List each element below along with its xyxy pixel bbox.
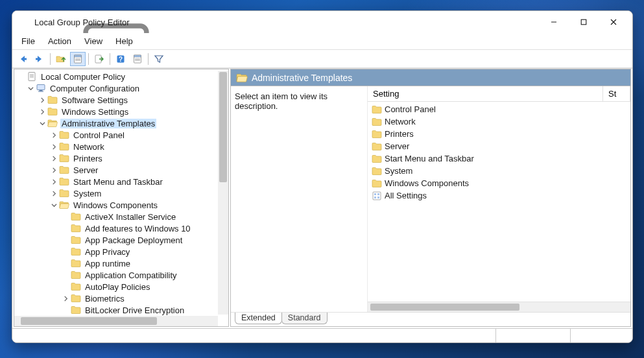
chevron-down-icon[interactable]: [26, 84, 35, 93]
tree-administrative-templates[interactable]: Administrative Templates: [16, 117, 228, 129]
column-state[interactable]: St: [603, 86, 630, 101]
chevron-right-icon[interactable]: [38, 95, 47, 104]
setting-row[interactable]: Windows Components: [368, 177, 630, 189]
settings-h-scrollbar[interactable]: [368, 302, 630, 312]
chevron-right-icon[interactable]: [38, 107, 47, 116]
setting-row[interactable]: All Settings: [368, 189, 630, 202]
tree-item[interactable]: ActiveX Installer Service: [16, 211, 228, 222]
tree-item[interactable]: System: [16, 187, 228, 199]
status-cell: [571, 329, 632, 342]
tree-computer-configuration[interactable]: Computer Configuration: [16, 82, 228, 94]
titlebar: Local Group Policy Editor: [12, 11, 632, 33]
minimize-button[interactable]: [539, 12, 569, 32]
tree-label: Local Computer Policy: [40, 72, 126, 82]
folder-icon: [71, 211, 81, 222]
help-button[interactable]: [113, 52, 128, 66]
export-button[interactable]: [91, 52, 107, 66]
forward-button[interactable]: [32, 52, 47, 66]
setting-row[interactable]: Control Panel: [368, 103, 630, 115]
show-tree-button[interactable]: [70, 52, 86, 66]
folder-icon: [71, 258, 81, 268]
tree-label: App Package Deployment: [84, 235, 184, 245]
back-button[interactable]: [15, 52, 30, 66]
setting-row[interactable]: Server: [368, 140, 630, 152]
folder-icon: [71, 270, 81, 280]
setting-label: Network: [385, 117, 416, 126]
chevron-right-icon[interactable]: [49, 177, 58, 186]
tree-v-scrollbar[interactable]: [218, 71, 228, 315]
folder-icon: [372, 141, 382, 152]
menu-help[interactable]: Help: [109, 34, 139, 48]
menu-view[interactable]: View: [78, 34, 109, 48]
description-column: Select an item to view its description.: [231, 86, 367, 312]
tree-item[interactable]: App Privacy: [16, 246, 228, 257]
tree-label: Add features to Windows 10: [84, 224, 192, 233]
folder-icon: [59, 165, 69, 175]
folder-icon: [71, 223, 81, 233]
tabbar: Extended Standard: [231, 312, 630, 326]
content-title: Administrative Templates: [252, 73, 352, 83]
close-button[interactable]: [599, 12, 628, 32]
scrollbar-thumb[interactable]: [21, 317, 157, 325]
setting-row[interactable]: System: [368, 165, 630, 177]
tree-item[interactable]: Biometrics: [16, 292, 228, 304]
tree-item[interactable]: Start Menu and Taskbar: [16, 176, 228, 187]
folder-icon: [59, 141, 69, 152]
tree-item[interactable]: Software Settings: [16, 94, 228, 106]
tree-item[interactable]: Printers: [16, 152, 228, 164]
chevron-right-icon[interactable]: [49, 142, 58, 151]
tree-windows-components[interactable]: Windows Components: [16, 199, 228, 211]
chevron-right-icon[interactable]: [61, 294, 70, 303]
setting-row[interactable]: Start Menu and Taskbar: [368, 152, 630, 165]
tree-item[interactable]: App Package Deployment: [16, 234, 228, 246]
tree-item[interactable]: Add features to Windows 10: [16, 222, 228, 234]
chevron-right-icon[interactable]: [49, 154, 58, 163]
doc-icon: [27, 71, 37, 82]
settings-list[interactable]: Control Panel Network Printers Server St…: [368, 102, 630, 302]
tree-item[interactable]: BitLocker Drive Encryption: [16, 304, 228, 316]
tree-h-scrollbar[interactable]: [14, 316, 218, 326]
tree-item[interactable]: Server: [16, 164, 228, 176]
tree-scroll[interactable]: Local Computer Policy Computer Configura…: [14, 69, 228, 326]
setting-row[interactable]: Network: [368, 115, 630, 128]
content-pane: Administrative Templates Select an item …: [230, 69, 631, 327]
tree-label: Biometrics: [84, 294, 126, 304]
statusbar: [12, 328, 632, 342]
scrollbar-thumb[interactable]: [219, 72, 227, 182]
tab-standard[interactable]: Standard: [281, 313, 328, 324]
setting-label: Start Menu and Taskbar: [385, 154, 474, 163]
tree-item[interactable]: Windows Settings: [16, 106, 228, 117]
settings-icon: [372, 191, 382, 201]
setting-row[interactable]: Printers: [368, 128, 630, 140]
tree-item[interactable]: AutoPlay Policies: [16, 281, 228, 292]
folder-icon: [71, 293, 81, 304]
column-setting[interactable]: Setting: [368, 86, 603, 101]
chevron-down-icon[interactable]: [38, 119, 47, 128]
menu-action[interactable]: Action: [42, 34, 78, 48]
tree-item[interactable]: Network: [16, 141, 228, 152]
tree-label: BitLocker Drive Encryption: [84, 305, 185, 315]
tree-root[interactable]: Local Computer Policy: [16, 71, 228, 82]
content-header: Administrative Templates: [231, 69, 630, 86]
menu-file[interactable]: File: [15, 34, 42, 48]
tree-item[interactable]: App runtime: [16, 257, 228, 269]
tree-item[interactable]: Application Compatibility: [16, 269, 228, 281]
chevron-right-icon[interactable]: [49, 189, 58, 198]
tree-item[interactable]: Control Panel: [16, 129, 228, 141]
setting-label: System: [385, 166, 412, 176]
folder-icon: [59, 153, 69, 163]
maximize-button[interactable]: [569, 12, 599, 32]
chevron-right-icon[interactable]: [49, 130, 58, 139]
setting-label: Control Panel: [385, 104, 436, 114]
properties-button[interactable]: [130, 52, 145, 66]
scrollbar-thumb[interactable]: [370, 304, 519, 311]
chevron-down-icon[interactable]: [49, 200, 58, 209]
tab-extended[interactable]: Extended: [235, 313, 282, 324]
tree-label: Software Settings: [60, 95, 129, 105]
settings-header: Setting St: [368, 86, 630, 102]
up-folder-button[interactable]: [53, 52, 69, 66]
filter-button[interactable]: [151, 52, 167, 66]
chevron-right-icon[interactable]: [49, 165, 58, 174]
tree-label: AutoPlay Policies: [84, 282, 151, 292]
setting-label: Server: [385, 141, 409, 151]
